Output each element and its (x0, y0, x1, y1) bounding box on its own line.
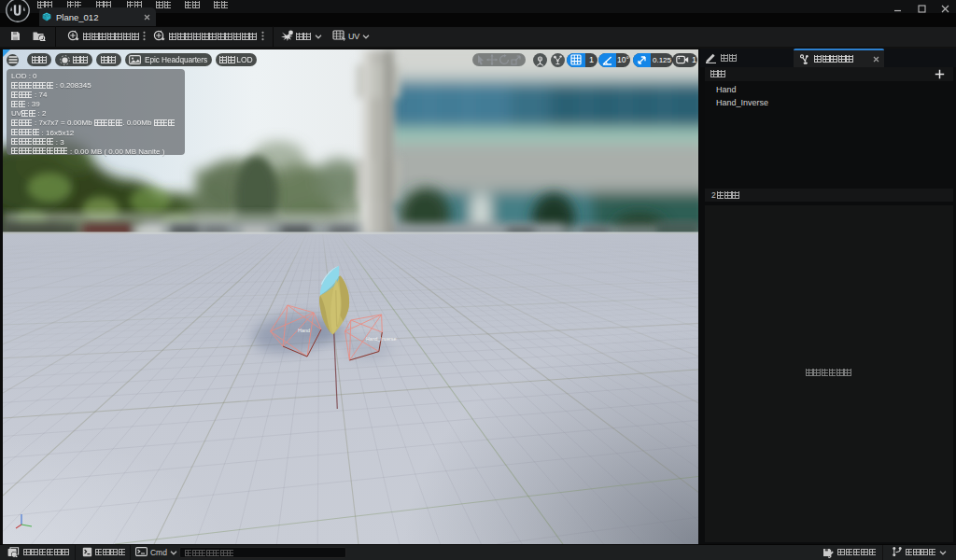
svg-text:Hand: Hand (298, 328, 310, 333)
svg-text:Hand_Inverse: Hand_Inverse (366, 336, 396, 342)
